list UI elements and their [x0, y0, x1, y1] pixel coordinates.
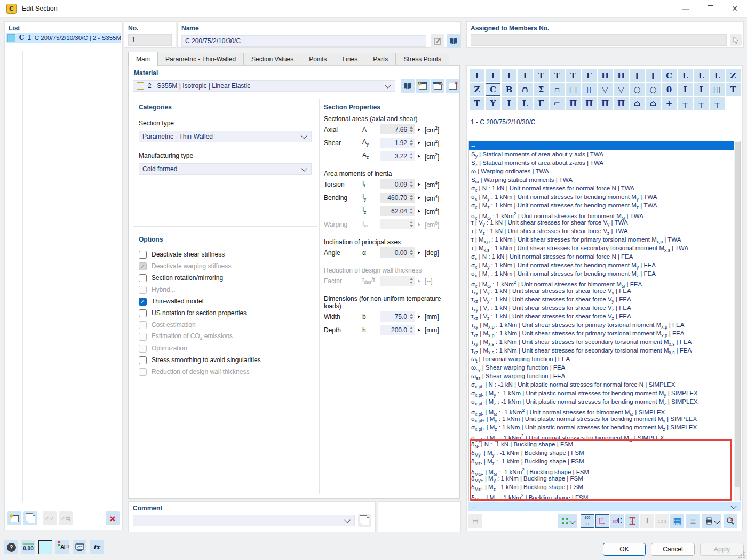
result-list-item[interactable]: Sω | Warping statical moments | TWA: [469, 175, 740, 184]
result-list-item[interactable]: τxz | Mx,p : 1 kNm | Unit shear stresses…: [469, 329, 740, 338]
section-shape-icon[interactable]: T: [566, 69, 581, 82]
result-list-item[interactable]: Sy | Statical moments of area about y-ax…: [469, 150, 740, 158]
section-shape-icon[interactable]: Σ: [534, 83, 549, 96]
result-list-item[interactable]: σx | My : 1 kNm | Unit normal stresses f…: [469, 261, 740, 269]
name-input[interactable]: C 200/75/2/10/30/C: [181, 35, 426, 47]
detail-arrow-icon[interactable]: [418, 155, 420, 158]
section-shape-icon[interactable]: C: [662, 69, 677, 82]
result-list-item[interactable]: σx,pl+ | Mω : 1 kNm2 | Unit normal stres…: [469, 431, 740, 440]
section-shape-icon[interactable]: ○: [630, 83, 645, 96]
spinner-arrows[interactable]: [410, 140, 413, 146]
name-library-icon[interactable]: [447, 34, 460, 48]
show-axes-button[interactable]: y: [595, 514, 609, 528]
print-button[interactable]: [702, 514, 721, 528]
section-shape-icon[interactable]: I: [486, 69, 500, 82]
checkbox[interactable]: [139, 356, 147, 364]
result-list-item[interactable]: σx,pl- | N : -1 kN | Unit plastic normal…: [469, 380, 740, 389]
resize-grip[interactable]: [738, 551, 745, 558]
result-list-item[interactable]: σx | Mz : 1 kNm | Unit normal stresses f…: [469, 269, 740, 278]
section-shape-icon[interactable]: Π: [566, 97, 581, 110]
section-shape-icon[interactable]: Π: [614, 97, 629, 110]
details-list-icon[interactable]: ≣: [686, 514, 700, 528]
spinner-arrows[interactable]: [410, 314, 413, 319]
tab-parts[interactable]: Parts: [365, 53, 396, 66]
tab-parametric-thin-walled[interactable]: Parametric - Thin-Walled: [157, 53, 244, 66]
checkbox[interactable]: [139, 274, 147, 282]
result-list-item[interactable]: σx | Mω : 1 kNm2 | Unit normal stresses …: [469, 278, 740, 286]
detail-arrow-icon[interactable]: [418, 223, 420, 226]
result-list-item[interactable]: τxz | Vy : 1 kN | Unit shear stresses fo…: [469, 295, 740, 303]
section-shape-icon[interactable]: ▽: [614, 83, 629, 96]
section-shape-icon[interactable]: ▫: [550, 83, 565, 96]
section-shape-icon[interactable]: T: [534, 69, 549, 82]
units-settings-button[interactable]: 0,00: [21, 540, 35, 554]
detail-arrow-icon[interactable]: [418, 329, 420, 332]
detail-arrow-icon[interactable]: [418, 251, 420, 254]
section-shape-icon[interactable]: L: [710, 69, 725, 82]
detail-arrow-icon[interactable]: [418, 315, 420, 318]
section-shape-icon[interactable]: Y: [486, 97, 500, 110]
section-shape-icon[interactable]: L: [518, 97, 533, 110]
monitor-display-icon[interactable]: [73, 540, 86, 554]
section-shape-icon[interactable]: ⌂: [646, 97, 661, 110]
ok-button[interactable]: OK: [603, 543, 646, 556]
section-shape-icon[interactable]: Γ: [582, 69, 597, 82]
result-list-item[interactable]: σx,pl- | Mz : -1 kNm | Unit plastic norm…: [469, 397, 740, 406]
result-list-item[interactable]: τxz | Mx,s : 1 kNm | Unit shear stresses…: [469, 346, 740, 355]
show-shear-center-button[interactable]: scC: [610, 514, 624, 528]
result-list-item[interactable]: τxy | Vy : 1 kN | Unit shear stresses fo…: [469, 286, 740, 295]
section-shape-icon[interactable]: 0: [662, 83, 677, 96]
delete-section-button[interactable]: ×: [106, 511, 120, 525]
result-list-item[interactable]: σx,pl- | My : -1 kNm | Unit plastic norm…: [469, 389, 740, 397]
section-shape-icon[interactable]: Π: [598, 97, 613, 110]
section-shape-icon[interactable]: I: [470, 69, 484, 82]
tab-main[interactable]: Main: [128, 52, 158, 66]
list-scrollbar[interactable]: [734, 141, 740, 501]
result-list-item[interactable]: δN- | N : -1 kN | Buckling shape | FSM: [469, 440, 740, 449]
section-shape-icon[interactable]: I: [678, 83, 693, 96]
detail-arrow-icon[interactable]: [418, 196, 420, 199]
section-shape-icon[interactable]: [: [630, 69, 645, 82]
spinner-arrows[interactable]: [410, 153, 413, 159]
section-shape-icon[interactable]: [: [646, 69, 661, 82]
result-list-item[interactable]: δMz+ | Mz : 1 kNm | Buckling shape | FSM: [469, 483, 740, 491]
result-list-item[interactable]: σx | N : 1 kN | Unit normal stresses for…: [469, 252, 740, 261]
checkbox[interactable]: [139, 251, 147, 259]
result-list-item[interactable]: τxy | Mx,s : 1 kNm | Unit shear stresses…: [469, 338, 740, 346]
section-shape-icon[interactable]: ┬: [678, 97, 693, 110]
result-list-item[interactable]: σx | Mz : 1 kNm | Unit normal stresses f…: [469, 201, 740, 210]
property-value-field[interactable]: 75.0: [380, 311, 415, 322]
result-list-item[interactable]: δMz- | Mz : -1 kNm | Buckling shape | FS…: [469, 457, 740, 466]
result-list-item[interactable]: σx,pl+ | Mz : 1 kNm | Unit plastic norma…: [469, 423, 740, 431]
detail-arrow-icon[interactable]: [418, 141, 420, 145]
section-shape-icon[interactable]: I: [502, 97, 516, 110]
section-shape-icon[interactable]: ▯: [582, 83, 597, 96]
show-dimensions-button[interactable]: 100↔: [581, 514, 594, 528]
section-shape-icon[interactable]: Π: [614, 69, 629, 82]
material-edit-icon[interactable]: ☁: [431, 79, 444, 93]
section-shape-icon[interactable]: ○: [646, 83, 661, 96]
minimize-button[interactable]: —: [673, 0, 698, 17]
detail-arrow-icon[interactable]: [418, 128, 420, 131]
show-grid-button[interactable]: ▦: [670, 514, 684, 528]
section-shape-icon[interactable]: ⌐: [550, 97, 565, 110]
section-shape-icon[interactable]: Z: [726, 69, 741, 82]
diagram-selector-combobox[interactable]: --: [468, 502, 741, 511]
result-list-item[interactable]: ω | Warping ordinates | TWA: [469, 167, 740, 175]
result-list-item[interactable]: τxz | Vz : 1 kN | Unit shear stresses fo…: [469, 312, 740, 321]
checkbox[interactable]: ✓: [139, 298, 147, 306]
section-shape-icon[interactable]: Π: [598, 69, 613, 82]
result-list-item[interactable]: ωsz | Shear warping function | FEA: [469, 372, 740, 380]
section-list-item[interactable]: C 1 C 200/75/2/10/30/C | 2 - S355M: [6, 33, 121, 43]
close-button[interactable]: ✕: [722, 0, 747, 17]
result-list-item[interactable]: τ | Vz : 1 kN | Unit shear stresses for …: [469, 227, 740, 235]
result-list-item[interactable]: τ | Mx,s : 1 kNm | Unit shear stresses f…: [469, 244, 740, 252]
result-list-item[interactable]: τ | Vy : 1 kN | Unit shear stresses for …: [469, 218, 740, 227]
section-shape-icon[interactable]: L: [678, 69, 693, 82]
section-shape-icon[interactable]: □: [566, 83, 581, 96]
maximize-button[interactable]: [698, 0, 722, 17]
color-swatch-button[interactable]: [38, 540, 52, 554]
section-shape-icon[interactable]: ◫: [710, 83, 725, 96]
section-shape-icon[interactable]: T: [550, 69, 565, 82]
result-list-item[interactable]: τxy | Mx,p : 1 kNm | Unit shear stresses…: [469, 321, 740, 329]
